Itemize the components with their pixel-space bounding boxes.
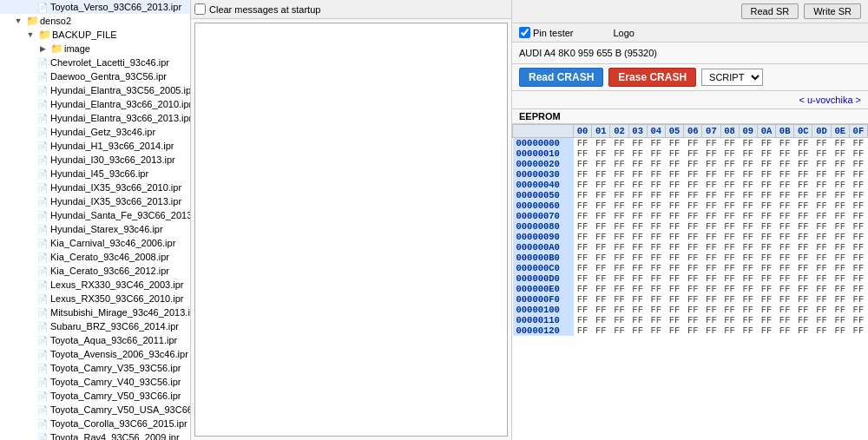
erase-crash-button[interactable]: Erase CRASH [608,68,696,87]
hex-cell: FF [610,180,628,190]
hex-cell: FF [812,169,831,180]
tree-item[interactable]: 📄Hyundai_Elantra_93c66_2013.ipr [0,111,190,125]
hex-cell: FF [684,159,702,169]
tree-item[interactable]: ▼📁denso2 [0,14,190,28]
tree-item[interactable]: 📄Subaru_BRZ_93C66_2014.ipr [0,319,190,333]
hex-cell: FF [574,180,592,190]
clear-messages-checkbox[interactable] [194,3,206,15]
hex-cell: FF [665,284,683,294]
tree-item[interactable]: 📄Hyundai_Getz_93c46.ipr [0,125,190,139]
folder-icon: 📁 [38,29,50,41]
hex-cell: FF [794,221,812,232]
tree-item[interactable]: 📄Toyota_Camry_V35_93C56.ipr [0,361,190,375]
tree-item[interactable]: 📄Hyundai_IX35_93c66_2010.ipr [0,181,190,194]
hex-cell: FF [776,305,794,315]
tree-item-label: Subaru_BRZ_93C66_2014.ipr [50,321,179,332]
tree-item[interactable]: 📄Hyundai_IX35_93c66_2013.ipr [0,194,190,208]
tree-item[interactable]: ▶📁image [0,42,190,56]
tree-item[interactable]: 📄Hyundai_Elantra_93C56_2005.ipr [0,83,190,97]
hex-cell: FF [574,242,592,253]
tree-item[interactable]: 📄Mitsubishi_Mirage_93c46_2013.ipr [0,305,190,319]
file-tree[interactable]: 📄Toyota_Verso_93C66_2013.ipr▼📁denso2▼📁BA… [0,0,191,440]
hex-cell: FF [776,190,794,200]
hex-row: 00000010FFFFFFFFFFFFFFFFFFFFFFFFFFFFFFFF [513,148,868,159]
pin-tester-checkbox[interactable] [519,27,530,38]
tree-item[interactable]: 📄Toyota_Corolla_93C66_2015.ipr [0,417,190,430]
tree-item[interactable]: 📄Hyundai_Starex_93c46.ipr [0,222,190,236]
expand-icon: ▼ [24,29,36,41]
hex-cell: FF [776,325,794,336]
hex-cell: FF [628,232,647,242]
tree-item[interactable]: 📄Toyota_Avensis_2006_93c46.ipr [0,347,190,361]
tree-item[interactable]: 📄Hyundai_I45_93c66.ipr [0,167,190,181]
hex-cell: FF [812,294,831,305]
hex-cell: FF [574,273,592,284]
link-area[interactable]: < u-vovchika > [512,91,868,109]
hex-cell: FF [831,148,849,159]
tree-item[interactable]: 📄Chevrolet_Lacetti_93c46.ipr [0,56,190,69]
tree-item[interactable]: 📄Hyundai_H1_93c66_2014.ipr [0,139,190,153]
hex-container[interactable]: 000102030405060708090A0B0C0D0E0F 0000000… [512,124,868,440]
tree-item[interactable]: 📄Kia_Carnival_93c46_2006.ipr [0,236,190,250]
hex-cell: FF [831,211,849,221]
hex-address: 000000A0 [513,242,574,253]
hex-cell: FF [776,138,794,149]
hex-cell: FF [720,180,739,190]
tree-item[interactable]: 📄Lexus_RX350_93C66_2010.ipr [0,292,190,305]
tree-item[interactable]: 📄Kia_Cerato_93c46_2008.ipr [0,250,190,264]
hex-cell: FF [628,294,647,305]
hex-cell: FF [794,263,812,273]
hex-cell: FF [849,242,867,253]
tree-item[interactable]: 📄Hyundai_Santa_Fe_93C66_2013.ipr [0,208,190,222]
hex-cell: FF [610,263,628,273]
read-sr-button[interactable]: Read SR [741,3,799,19]
hex-cell: FF [812,190,831,200]
hex-cell: FF [647,190,665,200]
tree-item[interactable]: 📄Toyota_Rav4_93C56_2009.ipr [0,430,190,440]
hex-cell: FF [739,190,757,200]
log-area [194,23,508,437]
hex-cell: FF [849,138,867,149]
hex-cell: FF [849,180,867,190]
hex-cell: FF [794,242,812,253]
hex-cell: FF [794,190,812,200]
hex-cell: FF [574,221,592,232]
hex-cell: FF [812,232,831,242]
write-sr-button[interactable]: Write SR [804,3,861,19]
hex-cell: FF [574,305,592,315]
hex-cell: FF [812,148,831,159]
hex-cell: FF [849,211,867,221]
hex-cell: FF [647,242,665,253]
hex-cell: FF [812,263,831,273]
hex-cell: FF [757,138,775,149]
file-icon: 📄 [36,209,49,221]
tree-item[interactable]: 📄Toyota_Camry_V40_93C56.ipr [0,375,190,389]
hex-cell: FF [849,284,867,294]
hex-cell: FF [776,263,794,273]
tree-item[interactable]: 📄Kia_Cerato_93c66_2012.ipr [0,264,190,278]
script-select[interactable]: SCRIPT [701,69,763,86]
hex-cell: FF [592,253,610,263]
tree-item[interactable]: ▼📁BACKUP_FILE [0,28,190,42]
hex-cell: FF [684,211,702,221]
hex-cell: FF [610,190,628,200]
read-crash-button[interactable]: Read CRASH [519,68,603,87]
hex-address: 00000070 [513,211,574,221]
hex-cell: FF [702,315,720,325]
tree-item[interactable]: 📄Daewoo_Gentra_93C56.ipr [0,69,190,83]
hex-cell: FF [647,263,665,273]
tree-item[interactable]: 📄Hyundai_I30_93c66_2013.ipr [0,153,190,167]
hex-address: 000000E0 [513,284,574,294]
tree-item[interactable]: 📄Toyota_Verso_93C66_2013.ipr [0,0,190,14]
tree-item[interactable]: 📄Toyota_Camry_V50_USA_93C66.ipr [0,403,190,417]
hex-cell: FF [831,159,849,169]
hex-cell: FF [574,325,592,336]
tree-item-label: denso2 [40,16,71,26]
tree-item[interactable]: 📄Toyota_Aqua_93c66_2011.ipr [0,333,190,347]
tree-item[interactable]: 📄Toyota_Camry_V50_93C66.ipr [0,389,190,403]
hex-cell: FF [849,159,867,169]
hex-cell: FF [794,273,812,284]
tree-item[interactable]: 📄Lexus_RX330_93C46_2003.ipr [0,278,190,292]
file-icon: 📄 [36,140,49,152]
tree-item[interactable]: 📄Hyundai_Elantra_93c66_2010.ipr [0,97,190,111]
